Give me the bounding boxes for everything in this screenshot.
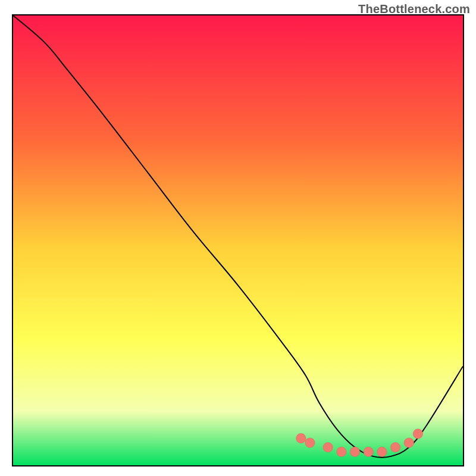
highlight-dot [350,447,360,457]
highlight-dot [404,438,414,448]
chart-svg [13,15,463,465]
highlight-dot [413,429,423,439]
highlight-dot [377,447,387,457]
chart-container: TheBottleneck.com [0,0,476,476]
highlight-dot [296,433,306,443]
highlight-dot [364,447,374,457]
plot-area [12,14,464,466]
highlight-dot [390,442,400,452]
highlight-dot [305,438,315,448]
highlight-dot [337,447,347,457]
gradient-background [13,15,463,465]
highlight-dot [323,442,333,452]
